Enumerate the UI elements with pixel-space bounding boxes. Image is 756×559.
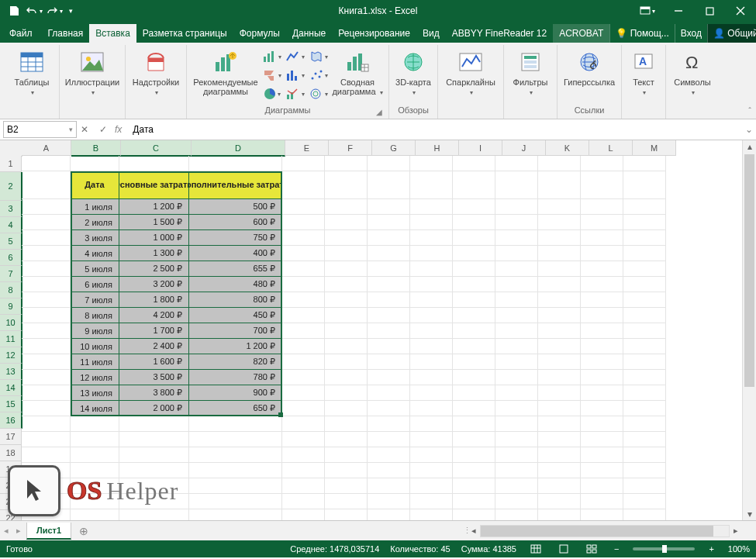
cell[interactable]: 400 ₽ (189, 246, 282, 261)
cell[interactable] (368, 323, 410, 339)
cell[interactable] (453, 447, 495, 463)
cell[interactable] (581, 509, 623, 520)
cell[interactable] (453, 156, 495, 171)
cell[interactable] (538, 261, 581, 277)
cell[interactable] (495, 308, 538, 323)
cell[interactable] (453, 171, 495, 199)
cell[interactable] (325, 292, 368, 308)
cell[interactable] (368, 494, 410, 509)
row-header-1[interactable]: 1 (0, 156, 22, 172)
cell[interactable] (495, 370, 538, 385)
cell[interactable]: 1 200 ₽ (119, 199, 189, 215)
cell[interactable] (453, 432, 495, 447)
cell[interactable] (453, 308, 495, 323)
cell[interactable] (538, 509, 581, 520)
cell[interactable] (71, 509, 119, 520)
cell[interactable] (623, 339, 666, 354)
cell[interactable]: 5 июля (71, 261, 119, 277)
new-sheet-button[interactable]: ⊕ (76, 525, 91, 537)
row-header-21[interactable]: 21 (0, 494, 22, 510)
cell[interactable]: 2 400 ₽ (119, 339, 189, 354)
row-header-18[interactable]: 18 (0, 445, 22, 461)
illustrations-button[interactable]: Иллюстрации▾ (64, 47, 120, 105)
cell[interactable] (410, 215, 453, 230)
cell[interactable] (581, 354, 623, 370)
cell[interactable] (119, 432, 189, 447)
horizontal-scroll-thumb[interactable] (481, 526, 713, 537)
cell[interactable] (189, 509, 282, 520)
cell[interactable] (22, 171, 71, 199)
cell[interactable] (453, 354, 495, 370)
cell[interactable] (325, 339, 368, 354)
cell[interactable] (495, 277, 538, 292)
cell[interactable] (368, 416, 410, 432)
cell[interactable] (453, 494, 495, 509)
tell-me-button[interactable]: 💡 Помощ... (609, 24, 674, 43)
row-header-16[interactable]: 16 (0, 412, 22, 429)
cancel-formula-button[interactable]: ✕ (78, 124, 91, 135)
column-headers[interactable]: ABCDEFGHIJKLM (22, 140, 676, 156)
cell[interactable] (119, 478, 189, 494)
cell[interactable] (538, 432, 581, 447)
tab-page-layout[interactable]: Разметка страницы (136, 24, 233, 43)
cell[interactable] (22, 463, 71, 478)
hierarchy-chart-button[interactable]: ▾ (261, 67, 283, 84)
cell[interactable] (495, 447, 538, 463)
cell[interactable] (282, 171, 325, 199)
cell[interactable] (282, 494, 325, 509)
cell[interactable] (581, 156, 623, 171)
cell[interactable] (410, 246, 453, 261)
cell[interactable] (495, 494, 538, 509)
horizontal-scrollbar[interactable]: ⋮ ◂ ▸ (463, 525, 742, 537)
cell[interactable] (623, 463, 666, 478)
cell[interactable] (453, 370, 495, 385)
cell[interactable] (189, 447, 282, 463)
pivot-chart-button[interactable]: Сводная диаграмма ▾ (331, 47, 384, 105)
cell[interactable] (623, 370, 666, 385)
cell[interactable] (189, 416, 282, 432)
cell[interactable]: 13 июля (71, 385, 119, 401)
cell[interactable] (410, 447, 453, 463)
cell[interactable] (581, 308, 623, 323)
cell[interactable] (368, 261, 410, 277)
cell[interactable] (581, 447, 623, 463)
cell[interactable]: 1 800 ₽ (119, 292, 189, 308)
zoom-slider[interactable] (633, 547, 695, 550)
sheet-nav-prev[interactable]: ◂ (0, 526, 12, 536)
cell[interactable] (581, 401, 623, 416)
row-header-8[interactable]: 8 (0, 282, 22, 298)
column-header-G[interactable]: G (372, 140, 416, 156)
cell[interactable] (623, 478, 666, 494)
cell[interactable] (189, 156, 282, 171)
cell[interactable]: 1 500 ₽ (119, 215, 189, 230)
cell[interactable] (71, 432, 119, 447)
cell[interactable] (581, 494, 623, 509)
cell[interactable] (495, 416, 538, 432)
cell[interactable] (410, 308, 453, 323)
cell[interactable] (495, 385, 538, 401)
cell[interactable] (623, 385, 666, 401)
cell[interactable] (22, 370, 71, 385)
cell[interactable] (282, 199, 325, 215)
cell[interactable] (495, 292, 538, 308)
cell[interactable]: 3 500 ₽ (119, 370, 189, 385)
cell[interactable] (189, 494, 282, 509)
cell[interactable] (538, 292, 581, 308)
cell[interactable] (538, 339, 581, 354)
cells-area[interactable]: ДатаОсновные затратыДополнительные затра… (22, 156, 666, 520)
column-header-I[interactable]: I (459, 140, 502, 156)
sheet-tab-active[interactable]: Лист1 (26, 523, 71, 540)
maximize-button[interactable] (694, 0, 725, 22)
cell[interactable] (623, 246, 666, 261)
cell[interactable]: Дата (71, 171, 119, 199)
cell[interactable]: 7 июля (71, 292, 119, 308)
cell[interactable] (119, 156, 189, 171)
cell[interactable]: 11 июля (71, 354, 119, 370)
cell[interactable]: 1 300 ₽ (119, 246, 189, 261)
hyperlink-button[interactable]: Гиперссылка (562, 47, 616, 105)
cell[interactable]: 4 200 ₽ (119, 308, 189, 323)
cell[interactable] (22, 354, 71, 370)
cell[interactable] (410, 171, 453, 199)
cell[interactable] (282, 246, 325, 261)
column-header-B[interactable]: B (71, 140, 121, 157)
